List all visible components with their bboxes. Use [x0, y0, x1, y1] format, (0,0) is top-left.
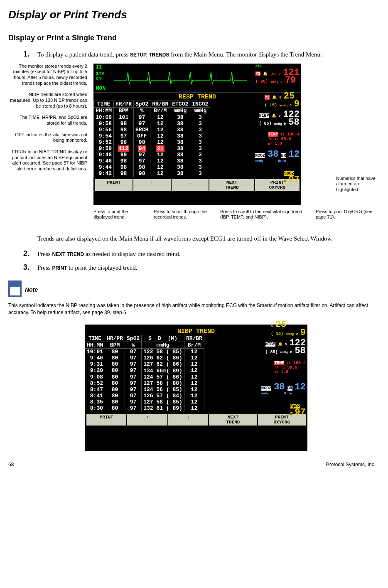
page-number: 68 [8, 462, 14, 467]
table-cell: 38 [170, 114, 190, 121]
table-cell: 9:08 [85, 374, 105, 380]
callout-b2: Press to scroll through the recorded tre… [154, 209, 216, 221]
table-cell: 124 56 ( 85) [142, 386, 184, 393]
table-cell: 12 [150, 133, 170, 139]
scroll-up-button-2[interactable]: ↑ [127, 414, 167, 426]
table-cell: 124 57 ( 86) [142, 374, 184, 380]
table-cell: 9:50 [94, 145, 114, 152]
table-cell: 12 [184, 361, 204, 367]
step-3: 3. Press PRINT to print the displayed tr… [23, 263, 376, 273]
mon-label: MON [96, 85, 106, 91]
paragraph: Trends are also displayed on the Main Me… [37, 234, 376, 244]
next-trend-button-2[interactable]: NEXT TREND [209, 414, 257, 426]
table-cell: 12 [184, 393, 204, 399]
table-cell: 38 [170, 133, 190, 139]
table-cell: 9:46 [94, 158, 114, 164]
table-cell: 9:48 [94, 152, 114, 158]
table-cell: 38 [170, 170, 190, 177]
monitor-screen-2: NIBP TREND TIME HR/PR SpO2 S D (M) RR/BR… [85, 325, 307, 451]
table-cell: 9:31 [85, 361, 105, 367]
callout-b1: Press to print the displayed trend. [93, 209, 147, 221]
table-cell: 12 [150, 127, 170, 133]
table-cell: 9:42 [94, 170, 114, 177]
table-cell: 80 [105, 393, 125, 399]
table-cell: 9:54 [94, 133, 114, 139]
table-cell: 97 [125, 367, 142, 374]
table-cell: 12 [184, 355, 204, 361]
table-cell: 98 [114, 139, 134, 145]
print-button[interactable]: PRINT [95, 179, 133, 191]
table-cell: 3 [190, 139, 210, 145]
table-cell: 127 58 ( 85) [142, 399, 184, 405]
lead-label: II [96, 64, 102, 70]
br-label: BR [281, 153, 286, 158]
scroll-up-button[interactable]: ↑ [133, 179, 171, 191]
page-title: Display or Print Trends [8, 8, 376, 21]
table-cell: 134 66☒( 89) [142, 367, 184, 374]
table-cell: 12 [150, 164, 170, 170]
table-cell: 12 [150, 121, 170, 127]
section-title: Display or Print a Single Trend [8, 34, 376, 42]
table-cell: 9:58 [94, 121, 114, 127]
table-cell: 97 [125, 374, 142, 380]
table-cell: 97 [125, 386, 142, 393]
scroll-down-button-2[interactable]: ↓ [168, 414, 208, 426]
nibp-label: NIBP [259, 113, 269, 118]
callout-left: The monitor stores trends every 2 minute… [8, 64, 87, 172]
table-cell: 12 [184, 399, 204, 405]
table-cell: 38 [170, 139, 190, 145]
table-cell: 12 [184, 374, 204, 380]
scroll-down-button[interactable]: ↓ [172, 179, 209, 191]
table-cell: 132 61 ( 89) [142, 405, 184, 411]
table-cell: 3 [190, 164, 210, 170]
nibp-trend-table: TIME HR/PR SpO2 S D (M) RR/BR HH:MM BPM … [85, 335, 204, 411]
table-cell: 97 [134, 152, 150, 158]
table-cell: 80 [105, 405, 125, 411]
table-cell: 98 [114, 121, 134, 127]
numerics-panel-2: S 25 ( 15) mmHg D 9 NIBP 🔔 S 122 ( 85) m… [253, 320, 307, 451]
table-cell: 112 [114, 145, 134, 152]
figure-1: The monitor stores trends every 2 minute… [8, 64, 376, 226]
table-cell: 97 [125, 393, 142, 399]
table-cell: 12 [184, 367, 204, 374]
table-cell: 12 [150, 139, 170, 145]
table-cell: 38 [170, 121, 190, 127]
table-cell: 12 [150, 152, 170, 158]
table-cell: 38 [170, 152, 190, 158]
table-cell: 94 [134, 145, 150, 152]
table-cell: 9:56 [94, 127, 114, 133]
callout-b3: Press to scroll to the next vital sign t… [220, 209, 312, 221]
table-cell: 38 [170, 127, 190, 133]
p1-dia: 79 [285, 75, 296, 86]
temp-label: TEMP [268, 132, 278, 137]
table-cell: 12 [184, 380, 204, 386]
ecg-waveform-icon [114, 68, 247, 89]
table-cell: 98 [134, 164, 150, 170]
table-cell: 8:47 [85, 386, 105, 393]
table-cell: 8:41 [85, 393, 105, 399]
table-cell: 126 57 ( 84) [142, 393, 184, 399]
step-1: 1. To display a patient data trend, pres… [23, 50, 376, 59]
table-cell: 97 [134, 121, 150, 127]
step-2: 2. Press NEXT TREND as needed to display… [23, 249, 376, 259]
table-cell: 80 [105, 367, 125, 374]
trend-table: TIME HR/PR SpO2 RR/BR ETCO2 INCO2 HH:MM … [93, 101, 210, 177]
page-footer: 68 Protocol Systems, Inc. [8, 462, 376, 467]
table-cell: 38 [170, 145, 190, 152]
table-cell: 97 [125, 399, 142, 405]
note-text: This symbol indicates the NIBP reading w… [8, 302, 376, 316]
table-cell: 3 [190, 133, 210, 139]
table-cell: 97 [125, 348, 142, 355]
print-button-2[interactable]: PRINT [86, 414, 126, 426]
table-cell: 80 [105, 361, 125, 367]
table-cell: 99 [114, 152, 134, 158]
table-cell: 12 [184, 386, 204, 393]
table-cell: OFF [134, 133, 150, 139]
table-cell: 12 [150, 170, 170, 177]
p2-label: P2 [265, 95, 270, 100]
table-cell: 97 [134, 114, 150, 121]
table-cell: 12 [150, 114, 170, 121]
table-cell: 10:01 [85, 348, 105, 355]
table-cell: 80 [105, 348, 125, 355]
table-cell: 97 [125, 405, 142, 411]
